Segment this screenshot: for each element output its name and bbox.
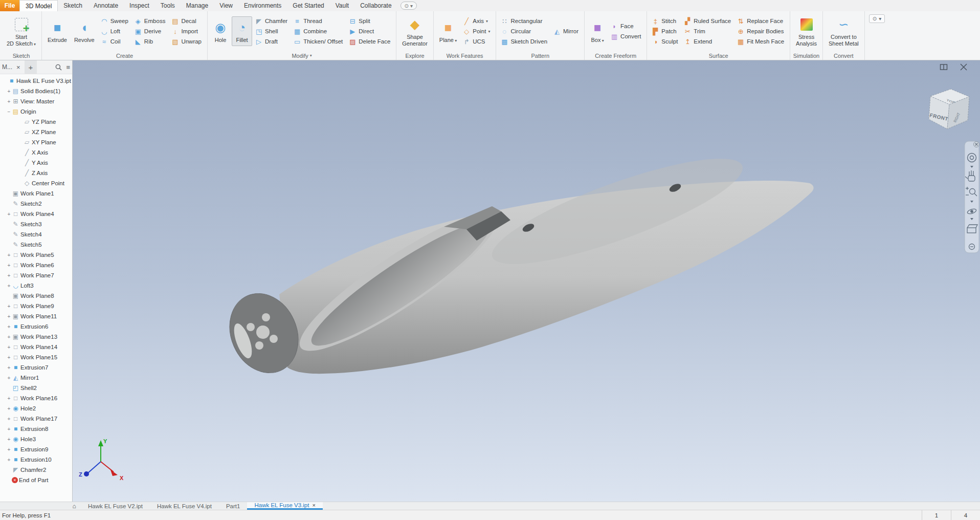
tree-item-extrusion6[interactable]: +■Extrusion6: [0, 321, 72, 332]
tree-item-work-plane13[interactable]: +▣Work Plane13: [0, 332, 72, 342]
import-button[interactable]: ↓Import: [170, 26, 204, 36]
tree-item-sketch5[interactable]: ✎Sketch5: [0, 240, 72, 250]
viewport-canvas[interactable]: FRONT TOP RIGHT: [73, 60, 980, 502]
split-button[interactable]: ⊟Split: [347, 16, 393, 26]
derive-button[interactable]: ▣Derive: [133, 26, 168, 36]
revolve-button[interactable]: ◖Revolve: [71, 16, 98, 46]
tree-expand-toggle[interactable]: +: [6, 89, 12, 94]
tree-expand-toggle[interactable]: +: [6, 99, 12, 104]
start-2d-sketch-button[interactable]: Start 2D Sketch ▾: [4, 13, 39, 49]
tab-close-icon[interactable]: ×: [312, 502, 315, 508]
tree-expand-toggle[interactable]: +: [6, 437, 12, 442]
tree-expand-toggle[interactable]: +: [6, 365, 12, 371]
browser-add-tab-icon[interactable]: +: [25, 60, 37, 74]
thread-button[interactable]: ≡Thread: [292, 16, 345, 26]
fit-mesh-face-button[interactable]: ▦Fit Mesh Face: [736, 36, 787, 47]
fillet-button[interactable]: ◔Fillet: [232, 16, 252, 46]
browser-search-icon[interactable]: [55, 64, 62, 71]
menu-tab-3d-model[interactable]: 3D Model: [19, 0, 58, 11]
loft-button[interactable]: ◡Loft: [99, 26, 131, 36]
tree-item-hawk-el-fuse-v3-ipt[interactable]: ■Hawk EL Fuse V3.ipt: [0, 76, 72, 86]
home-tab-button[interactable]: ⌂: [68, 502, 81, 510]
tree-expand-toggle[interactable]: +: [6, 273, 12, 278]
tree-expand-toggle[interactable]: −: [6, 109, 12, 115]
tree-expand-toggle[interactable]: +: [6, 252, 12, 258]
tree-item-x-axis[interactable]: ╱X Axis: [0, 147, 72, 158]
tree-expand-toggle[interactable]: +: [6, 283, 12, 289]
tree-expand-toggle[interactable]: +: [6, 447, 12, 452]
extrude-button[interactable]: ■Extrude: [44, 16, 70, 46]
shape-generator-button[interactable]: ◆Shape Generator: [399, 13, 431, 49]
panel-label-modify[interactable]: Modify▾: [208, 51, 396, 60]
tree-item-center-point[interactable]: ◇Center Point: [0, 178, 72, 188]
tree-item-origin[interactable]: −▤Origin: [0, 106, 72, 117]
doc-tab-hawk-el-fuse-v3-ipt[interactable]: Hawk EL Fuse V3.ipt×: [247, 502, 322, 510]
tree-item-shell2[interactable]: ◰Shell2: [0, 383, 72, 393]
menu-tab-tools[interactable]: Tools: [155, 0, 181, 11]
tree-item-work-plane6[interactable]: +□Work Plane6: [0, 260, 72, 270]
menu-tab-vault[interactable]: Vault: [330, 0, 354, 11]
menu-tab-annotate[interactable]: Annotate: [88, 0, 124, 11]
ucs-button[interactable]: ↱UCS: [461, 36, 493, 47]
tree-item-work-plane17[interactable]: +□Work Plane17: [0, 414, 72, 424]
tree-item-view-master[interactable]: +⊞View: Master: [0, 96, 72, 106]
tree-item-end-of-part[interactable]: ×End of Part: [0, 475, 72, 485]
draft-button[interactable]: ▷Draft: [254, 36, 290, 47]
rectangular-button[interactable]: ∷Rectangular: [499, 16, 550, 26]
tree-expand-toggle[interactable]: +: [6, 416, 12, 422]
tree-item-work-plane14[interactable]: +□Work Plane14: [0, 342, 72, 352]
menu-tab-environments[interactable]: Environments: [238, 0, 287, 11]
axis-button[interactable]: ╱Axis▾: [461, 16, 493, 26]
file-menu-button[interactable]: File: [0, 0, 19, 11]
doc-tab-hawk-el-fuse-v2-ipt[interactable]: Hawk EL Fuse V2.ipt: [81, 502, 150, 510]
repair-bodies-button[interactable]: ⊕Repair Bodies: [736, 26, 787, 36]
menu-tab-get-started[interactable]: Get Started: [287, 0, 329, 11]
menu-tab-manage[interactable]: Manage: [181, 0, 214, 11]
menu-tab-inspect[interactable]: Inspect: [124, 0, 155, 11]
tree-item-extrusion7[interactable]: +■Extrusion7: [0, 362, 72, 373]
menu-tab-sketch[interactable]: Sketch: [58, 0, 88, 11]
tree-item-work-plane7[interactable]: +□Work Plane7: [0, 270, 72, 280]
convert-to-sheet-metal-button[interactable]: ∽Convert to Sheet Metal: [826, 13, 862, 49]
shell-button[interactable]: ◳Shell: [254, 26, 290, 36]
navbar-close-icon[interactable]: [974, 142, 979, 147]
unwrap-button[interactable]: ▧Unwrap: [170, 36, 204, 47]
tree-expand-toggle[interactable]: +: [6, 457, 12, 463]
browser-menu-icon[interactable]: ≡: [66, 63, 70, 71]
direct-button[interactable]: ▶Direct: [347, 26, 393, 36]
menu-tab-view[interactable]: View: [214, 0, 238, 11]
doc-tab-hawk-el-fuse-v4-ipt[interactable]: Hawk EL Fuse V4.ipt: [150, 502, 219, 510]
tree-item-yz-plane[interactable]: ▱YZ Plane: [0, 117, 72, 127]
tree-item-loft3[interactable]: +◡Loft3: [0, 280, 72, 291]
tree-item-hole2[interactable]: +◉Hole2: [0, 403, 72, 414]
face-button[interactable]: ◗Face: [609, 21, 643, 31]
stitch-button[interactable]: ‡Stitch: [650, 16, 680, 26]
plane-button[interactable]: ■Plane ▾: [436, 16, 460, 46]
tree-item-sketch4[interactable]: ✎Sketch4: [0, 229, 72, 240]
thicken-offset-button[interactable]: ▭Thicken/ Offset: [292, 36, 345, 47]
tree-item-chamfer2[interactable]: ◤Chamfer2: [0, 465, 72, 475]
tree-item-sketch3[interactable]: ✎Sketch3: [0, 219, 72, 229]
mirror-button[interactable]: ◭Mirror: [552, 26, 581, 36]
menu-tab-collaborate[interactable]: Collaborate: [354, 0, 397, 11]
point-button[interactable]: ◇Point▾: [461, 26, 493, 36]
tree-item-work-plane1[interactable]: ▣Work Plane1: [0, 188, 72, 199]
tree-expand-toggle[interactable]: +: [6, 314, 12, 319]
tree-item-work-plane16[interactable]: +□Work Plane16: [0, 393, 72, 403]
sculpt-button[interactable]: ◑Sculpt: [650, 36, 680, 47]
tree-expand-toggle[interactable]: +: [6, 304, 12, 309]
tree-expand-toggle[interactable]: +: [6, 396, 12, 401]
tree-expand-toggle[interactable]: +: [6, 355, 12, 360]
tree-item-hole3[interactable]: +◉Hole3: [0, 434, 72, 444]
tree-expand-toggle[interactable]: +: [6, 375, 12, 381]
tree-expand-toggle[interactable]: +: [6, 263, 12, 268]
emboss-button[interactable]: ◈Emboss: [133, 16, 168, 26]
ribbon-collapse-button[interactable]: ⊙▾: [869, 14, 885, 23]
box-button[interactable]: ■Box ▾: [587, 16, 608, 46]
tree-item-extrusion8[interactable]: +■Extrusion8: [0, 424, 72, 434]
extend-button[interactable]: ↥Extend: [682, 36, 733, 47]
tree-item-extrusion9[interactable]: +■Extrusion9: [0, 444, 72, 454]
tree-item-solid-bodies-1[interactable]: +▤Solid Bodies(1): [0, 86, 72, 96]
convert-button[interactable]: ▥Convert: [609, 31, 643, 41]
tree-item-work-plane11[interactable]: +▣Work Plane11: [0, 311, 72, 321]
